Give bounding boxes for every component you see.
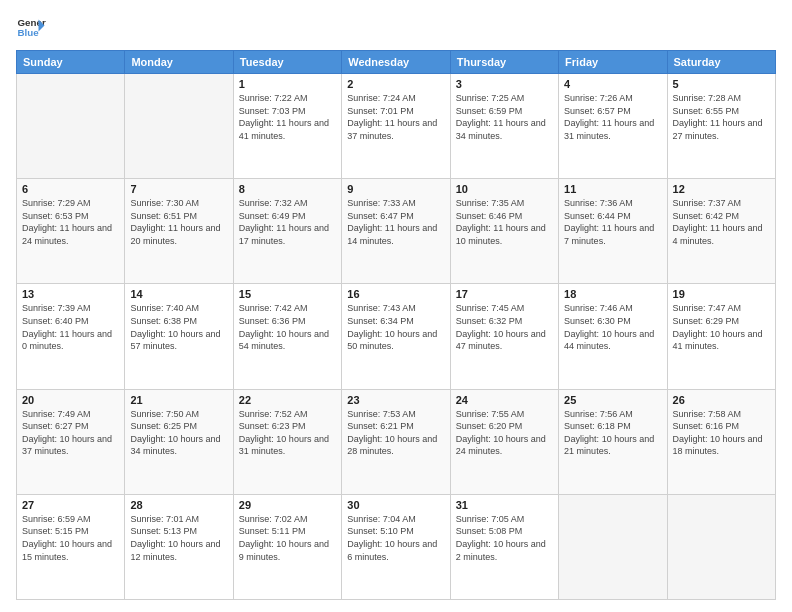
day-info: Sunrise: 7:42 AMSunset: 6:36 PMDaylight:… <box>239 302 336 352</box>
header-row: SundayMondayTuesdayWednesdayThursdayFrid… <box>17 51 776 74</box>
day-number: 29 <box>239 499 336 511</box>
day-info: Sunrise: 7:05 AMSunset: 5:08 PMDaylight:… <box>456 513 553 563</box>
calendar-cell <box>559 494 667 599</box>
day-info: Sunrise: 7:36 AMSunset: 6:44 PMDaylight:… <box>564 197 661 247</box>
header-day-wednesday: Wednesday <box>342 51 450 74</box>
calendar-cell: 6Sunrise: 7:29 AMSunset: 6:53 PMDaylight… <box>17 179 125 284</box>
calendar-cell: 8Sunrise: 7:32 AMSunset: 6:49 PMDaylight… <box>233 179 341 284</box>
day-number: 16 <box>347 288 444 300</box>
day-number: 18 <box>564 288 661 300</box>
day-number: 30 <box>347 499 444 511</box>
day-info: Sunrise: 7:02 AMSunset: 5:11 PMDaylight:… <box>239 513 336 563</box>
svg-text:Blue: Blue <box>18 27 40 38</box>
calendar-cell: 25Sunrise: 7:56 AMSunset: 6:18 PMDayligh… <box>559 389 667 494</box>
calendar-cell: 30Sunrise: 7:04 AMSunset: 5:10 PMDayligh… <box>342 494 450 599</box>
day-number: 7 <box>130 183 227 195</box>
calendar-cell: 28Sunrise: 7:01 AMSunset: 5:13 PMDayligh… <box>125 494 233 599</box>
day-number: 3 <box>456 78 553 90</box>
calendar-cell: 9Sunrise: 7:33 AMSunset: 6:47 PMDaylight… <box>342 179 450 284</box>
day-number: 2 <box>347 78 444 90</box>
calendar-cell: 10Sunrise: 7:35 AMSunset: 6:46 PMDayligh… <box>450 179 558 284</box>
calendar-cell: 15Sunrise: 7:42 AMSunset: 6:36 PMDayligh… <box>233 284 341 389</box>
header-day-tuesday: Tuesday <box>233 51 341 74</box>
day-info: Sunrise: 7:58 AMSunset: 6:16 PMDaylight:… <box>673 408 770 458</box>
day-info: Sunrise: 7:29 AMSunset: 6:53 PMDaylight:… <box>22 197 119 247</box>
calendar-cell: 17Sunrise: 7:45 AMSunset: 6:32 PMDayligh… <box>450 284 558 389</box>
day-info: Sunrise: 7:50 AMSunset: 6:25 PMDaylight:… <box>130 408 227 458</box>
day-info: Sunrise: 7:35 AMSunset: 6:46 PMDaylight:… <box>456 197 553 247</box>
calendar-cell: 7Sunrise: 7:30 AMSunset: 6:51 PMDaylight… <box>125 179 233 284</box>
calendar-cell: 18Sunrise: 7:46 AMSunset: 6:30 PMDayligh… <box>559 284 667 389</box>
calendar-cell <box>125 74 233 179</box>
header-day-sunday: Sunday <box>17 51 125 74</box>
day-number: 10 <box>456 183 553 195</box>
calendar-cell: 16Sunrise: 7:43 AMSunset: 6:34 PMDayligh… <box>342 284 450 389</box>
day-info: Sunrise: 7:04 AMSunset: 5:10 PMDaylight:… <box>347 513 444 563</box>
day-number: 25 <box>564 394 661 406</box>
calendar-cell: 4Sunrise: 7:26 AMSunset: 6:57 PMDaylight… <box>559 74 667 179</box>
day-number: 31 <box>456 499 553 511</box>
day-number: 1 <box>239 78 336 90</box>
day-info: Sunrise: 7:33 AMSunset: 6:47 PMDaylight:… <box>347 197 444 247</box>
day-number: 19 <box>673 288 770 300</box>
day-number: 24 <box>456 394 553 406</box>
calendar-cell: 2Sunrise: 7:24 AMSunset: 7:01 PMDaylight… <box>342 74 450 179</box>
day-info: Sunrise: 7:39 AMSunset: 6:40 PMDaylight:… <box>22 302 119 352</box>
day-number: 4 <box>564 78 661 90</box>
header: General Blue <box>16 12 776 42</box>
day-number: 23 <box>347 394 444 406</box>
day-info: Sunrise: 7:49 AMSunset: 6:27 PMDaylight:… <box>22 408 119 458</box>
logo-icon: General Blue <box>16 12 46 42</box>
day-info: Sunrise: 7:52 AMSunset: 6:23 PMDaylight:… <box>239 408 336 458</box>
day-info: Sunrise: 7:43 AMSunset: 6:34 PMDaylight:… <box>347 302 444 352</box>
page: General Blue SundayMondayTuesdayWednesda… <box>0 0 792 612</box>
day-info: Sunrise: 7:37 AMSunset: 6:42 PMDaylight:… <box>673 197 770 247</box>
day-number: 17 <box>456 288 553 300</box>
day-number: 5 <box>673 78 770 90</box>
calendar-cell <box>17 74 125 179</box>
day-number: 22 <box>239 394 336 406</box>
calendar-cell: 29Sunrise: 7:02 AMSunset: 5:11 PMDayligh… <box>233 494 341 599</box>
day-info: Sunrise: 7:25 AMSunset: 6:59 PMDaylight:… <box>456 92 553 142</box>
calendar-cell: 26Sunrise: 7:58 AMSunset: 6:16 PMDayligh… <box>667 389 775 494</box>
day-info: Sunrise: 7:55 AMSunset: 6:20 PMDaylight:… <box>456 408 553 458</box>
calendar-table: SundayMondayTuesdayWednesdayThursdayFrid… <box>16 50 776 600</box>
day-info: Sunrise: 7:26 AMSunset: 6:57 PMDaylight:… <box>564 92 661 142</box>
header-day-saturday: Saturday <box>667 51 775 74</box>
header-day-monday: Monday <box>125 51 233 74</box>
day-number: 8 <box>239 183 336 195</box>
calendar-cell: 24Sunrise: 7:55 AMSunset: 6:20 PMDayligh… <box>450 389 558 494</box>
calendar-cell: 13Sunrise: 7:39 AMSunset: 6:40 PMDayligh… <box>17 284 125 389</box>
calendar-cell: 23Sunrise: 7:53 AMSunset: 6:21 PMDayligh… <box>342 389 450 494</box>
day-number: 14 <box>130 288 227 300</box>
header-day-friday: Friday <box>559 51 667 74</box>
day-info: Sunrise: 7:47 AMSunset: 6:29 PMDaylight:… <box>673 302 770 352</box>
day-info: Sunrise: 7:32 AMSunset: 6:49 PMDaylight:… <box>239 197 336 247</box>
day-number: 20 <box>22 394 119 406</box>
day-number: 28 <box>130 499 227 511</box>
day-number: 12 <box>673 183 770 195</box>
calendar-cell: 21Sunrise: 7:50 AMSunset: 6:25 PMDayligh… <box>125 389 233 494</box>
calendar-cell: 1Sunrise: 7:22 AMSunset: 7:03 PMDaylight… <box>233 74 341 179</box>
day-info: Sunrise: 7:28 AMSunset: 6:55 PMDaylight:… <box>673 92 770 142</box>
calendar-cell: 27Sunrise: 6:59 AMSunset: 5:15 PMDayligh… <box>17 494 125 599</box>
day-number: 9 <box>347 183 444 195</box>
day-number: 13 <box>22 288 119 300</box>
calendar-cell: 22Sunrise: 7:52 AMSunset: 6:23 PMDayligh… <box>233 389 341 494</box>
calendar-cell: 11Sunrise: 7:36 AMSunset: 6:44 PMDayligh… <box>559 179 667 284</box>
day-info: Sunrise: 7:01 AMSunset: 5:13 PMDaylight:… <box>130 513 227 563</box>
day-info: Sunrise: 7:46 AMSunset: 6:30 PMDaylight:… <box>564 302 661 352</box>
day-info: Sunrise: 7:53 AMSunset: 6:21 PMDaylight:… <box>347 408 444 458</box>
day-info: Sunrise: 7:56 AMSunset: 6:18 PMDaylight:… <box>564 408 661 458</box>
day-number: 15 <box>239 288 336 300</box>
calendar-cell: 20Sunrise: 7:49 AMSunset: 6:27 PMDayligh… <box>17 389 125 494</box>
day-number: 6 <box>22 183 119 195</box>
calendar-cell: 12Sunrise: 7:37 AMSunset: 6:42 PMDayligh… <box>667 179 775 284</box>
calendar-cell: 3Sunrise: 7:25 AMSunset: 6:59 PMDaylight… <box>450 74 558 179</box>
day-info: Sunrise: 7:40 AMSunset: 6:38 PMDaylight:… <box>130 302 227 352</box>
header-day-thursday: Thursday <box>450 51 558 74</box>
calendar-cell <box>667 494 775 599</box>
logo: General Blue <box>16 12 46 42</box>
day-info: Sunrise: 7:24 AMSunset: 7:01 PMDaylight:… <box>347 92 444 142</box>
day-info: Sunrise: 7:22 AMSunset: 7:03 PMDaylight:… <box>239 92 336 142</box>
